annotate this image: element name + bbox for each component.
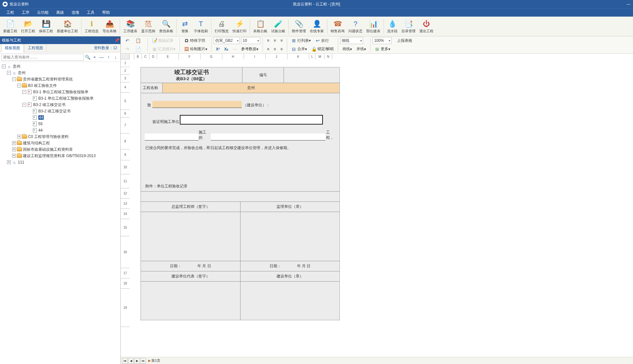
tree-node[interactable]: +⌂111 (0, 159, 120, 165)
cert-unit-input[interactable] (180, 115, 323, 125)
merge-button[interactable]: ⊟合并▾ (289, 45, 309, 53)
menu-帮助[interactable]: 帮助 (98, 9, 114, 17)
row-header[interactable]: 18 (121, 278, 130, 289)
menu-选项[interactable]: 选项 (68, 9, 83, 17)
col-header[interactable]: D (149, 54, 157, 59)
tree-node[interactable]: +建筑与结构工程 (0, 140, 120, 146)
tree-node[interactable]: −B3 竣工验收文件 (0, 82, 120, 89)
draw-line-button[interactable]: 画线▾ (340, 45, 354, 53)
wrap-button[interactable]: ↩折行 (313, 37, 331, 44)
menu-工具[interactable]: 工具 (83, 9, 98, 17)
tree-node[interactable]: B3-2 竣工移交证书 (0, 108, 120, 114)
align-center-button[interactable]: ≡ (271, 45, 278, 53)
tool-销售咨询[interactable]: ☎销售咨询 (329, 17, 347, 36)
tool-导出表格[interactable]: 📤导出表格 (101, 17, 118, 36)
row-header[interactable]: 1 (121, 59, 130, 67)
tree-node[interactable]: +建设工程监理规范资料库 GB/T50319-2013 (0, 153, 120, 159)
tool-替换[interactable]: ⇄替换 (178, 17, 192, 36)
ref-data-button[interactable]: 参考数据▾ (239, 45, 261, 53)
add-icon[interactable]: ＋ (91, 54, 98, 61)
col-header[interactable]: B (134, 54, 142, 59)
align-right-top-button[interactable]: ≡ (278, 37, 285, 44)
col-header[interactable]: M (316, 54, 324, 59)
proj-name-value[interactable]: 贵州 (163, 83, 339, 93)
tree-node[interactable]: 44 (0, 127, 120, 133)
tool-试验台账[interactable]: 🧪试验台账 (269, 17, 287, 36)
col-header[interactable]: G (201, 54, 222, 59)
tree-node[interactable]: −⌂贵州 (0, 70, 120, 76)
tree-node[interactable]: +国标市政基础设施工程资料库 (0, 146, 120, 153)
row-header[interactable]: 2 (121, 67, 130, 75)
col-header[interactable]: N (324, 54, 332, 59)
rowcol-button[interactable]: ⊞行列表▾ (289, 37, 313, 44)
row-header[interactable]: 7 (121, 118, 130, 133)
row-header[interactable]: 10 (121, 160, 130, 174)
line-style-select[interactable]: 细线 (340, 37, 363, 44)
tree-node[interactable]: −B3-1 单位工程竣工预验收报验单 (0, 89, 120, 95)
row-header[interactable]: 15 (121, 219, 130, 236)
tool-表格台账[interactable]: 📋表格台账 (251, 17, 269, 36)
col-header[interactable]: L (309, 54, 316, 59)
search-icon[interactable]: 🔍 (84, 54, 91, 61)
summary-button[interactable]: ⊞汇总统计▾ (150, 45, 178, 53)
sheet-corner[interactable] (121, 54, 130, 59)
col-header[interactable]: H (222, 54, 244, 59)
zoom-select[interactable]: 100% (372, 37, 392, 44)
redo-button[interactable]: ↷ (123, 45, 133, 53)
row-header[interactable]: 4 (121, 82, 130, 93)
tree-search-input[interactable] (1, 54, 84, 61)
tab-工程视图[interactable]: 工程视图 (24, 44, 47, 52)
fill-line-button[interactable]: 并线▾ (354, 45, 368, 53)
fontsize-select[interactable]: 10 (241, 37, 260, 44)
col-header[interactable]: E (157, 54, 179, 59)
col-header[interactable] (130, 54, 134, 59)
col-header[interactable]: F (179, 54, 201, 59)
strike-button[interactable]: — (231, 45, 239, 53)
tool-目录管理[interactable]: 📑目录管理 (400, 17, 417, 36)
subscript-button[interactable]: X₂ (222, 45, 231, 53)
tool-打开工程[interactable]: 📂打开工程 (19, 17, 37, 36)
tool-在线专家[interactable]: 👤在线专家 (308, 17, 326, 36)
col-header[interactable]: J (266, 54, 287, 59)
row-header[interactable]: 8 (121, 133, 130, 149)
draw-image-button[interactable]: 🖼绘制图片▾ (182, 45, 210, 53)
special-char-button[interactable]: Ω特殊字符 (182, 37, 208, 44)
col-header[interactable]: C (142, 54, 149, 59)
tree-node[interactable]: 55 (0, 121, 120, 127)
pin-icon[interactable]: 📌 (115, 38, 119, 42)
tool-字体批刷[interactable]: T字体批刷 (192, 17, 210, 36)
row-header[interactable]: 17 (121, 268, 130, 278)
tool-保存工程[interactable]: 💾保存工程 (37, 17, 55, 36)
row-header[interactable]: 13 (121, 199, 130, 209)
paste-button[interactable]: 📄 (133, 45, 144, 53)
minimize-button[interactable]: — (625, 0, 632, 8)
tree-node[interactable]: B3-1 单位工程竣工预验收报验单 (0, 95, 120, 102)
tree-node[interactable]: 44 (0, 114, 120, 121)
menu-工程[interactable]: 工程 (3, 9, 18, 17)
row-header[interactable]: 19 (121, 289, 130, 327)
superscript-button[interactable]: X² (214, 45, 222, 53)
tool-退出工程[interactable]: ⏻退出工程 (417, 17, 435, 36)
up-icon[interactable]: ↑ (105, 54, 112, 61)
tool-问题状态[interactable]: ?问题状态 (347, 17, 364, 36)
align-left-button[interactable]: ≡ (265, 45, 271, 53)
first-page-button[interactable]: ⏮ (122, 358, 128, 364)
font-select[interactable]: 仿宋_GB2 (214, 37, 240, 44)
tree-node[interactable]: −贵州省建筑工程资料管理系统 (0, 76, 120, 82)
lock-button[interactable]: 🔒锁定/解锁 (309, 45, 336, 53)
tool-附件管理[interactable]: 📎附件管理 (290, 17, 308, 36)
tool-显示范例[interactable]: 范显示范例 (139, 17, 157, 36)
more-button[interactable]: ⊞更多▾ (372, 45, 393, 53)
align-left-top-button[interactable]: ≡ (265, 37, 271, 44)
menu-工序[interactable]: 工序 (18, 9, 33, 17)
tab-模板视图[interactable]: 模板视图 (1, 44, 24, 52)
row-header[interactable]: 3 (121, 75, 130, 82)
row-header[interactable]: 12 (121, 188, 130, 199)
menu-高级[interactable]: 高级 (52, 9, 68, 17)
tool-部位建表[interactable]: 📊部位建表 (364, 17, 382, 36)
align-center-top-button[interactable]: ≡ (271, 37, 278, 44)
tree-node[interactable]: −⌂贵州 (0, 63, 120, 70)
align-right-button[interactable]: ≡ (278, 45, 285, 53)
const-input-2[interactable] (211, 133, 325, 140)
tool-新建单位工程[interactable]: 🏠新建单位工程 (55, 17, 80, 36)
